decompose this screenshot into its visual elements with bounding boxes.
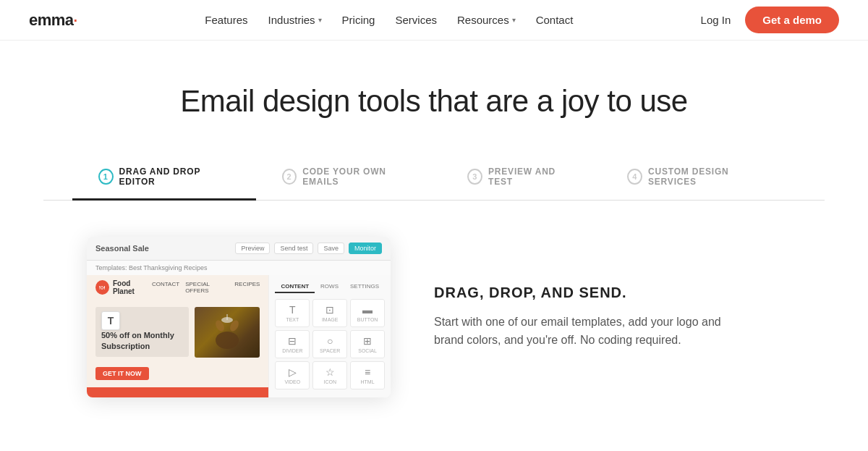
content-section: Seasonal Sale Preview Send test Save Mon… [0, 201, 868, 434]
tab-num-1: 1 [98, 169, 114, 185]
email-nav-contact: CONTACT [152, 281, 179, 294]
demo-button[interactable]: Get a demo [745, 7, 839, 33]
hero-section: Email design tools that are a joy to use [0, 41, 868, 140]
food-svg-icon [209, 313, 245, 353]
spacer-icon: ○ [316, 335, 344, 347]
text-icon: T [278, 304, 306, 316]
offer-text: 50% off on Monthly Subscription [101, 330, 183, 353]
nav-features[interactable]: Features [205, 14, 247, 26]
tab-custom[interactable]: 4 CUSTOM DESIGN SERVICES [601, 155, 796, 201]
email-nav: CONTACT SPECIAL OFFERS RECIPES [152, 281, 260, 294]
nav-contact[interactable]: Contact [536, 14, 574, 26]
t-icon: T [101, 311, 120, 330]
nav-resources[interactable]: Resources▾ [457, 14, 516, 26]
login-button[interactable]: Log In [701, 14, 731, 26]
panel-tabs: CONTENT ROWS SETTINGS [275, 281, 385, 293]
tab-num-3: 3 [467, 169, 482, 185]
email-left-col: T 50% off on Monthly Subscription GET IT… [95, 307, 189, 380]
button-icon: ▬ [354, 304, 381, 316]
editor-panel: CONTENT ROWS SETTINGS T TEXT ⊡ IMAGE ▬ [268, 275, 391, 397]
mockup-body: 🍽 Food Planet CONTACT SPECIAL OFFERS REC… [87, 275, 391, 397]
logo[interactable]: emma· [29, 11, 77, 30]
tab-drag-drop[interactable]: 1 DRAG AND DROP EDITOR [72, 155, 256, 201]
editor-mockup: Seasonal Sale Preview Send test Save Mon… [87, 237, 391, 397]
tab-preview[interactable]: 3 PREVIEW AND TEST [441, 155, 601, 201]
tab-label-3: PREVIEW AND TEST [488, 167, 575, 187]
divider-label: DIVIDER [278, 348, 306, 353]
email-nav-recipes: RECIPES [234, 281, 260, 294]
panel-tab-settings[interactable]: SETTINGS [344, 281, 385, 293]
svg-point-0 [216, 332, 239, 349]
panel-social[interactable]: ⊞ SOCIAL [350, 330, 385, 358]
feature-body: Start with one of our email templates, a… [434, 313, 723, 350]
navigation: emma· Features Industries▾ Pricing Servi… [0, 0, 868, 41]
email-nav-offers: SPECIAL OFFERS [185, 281, 229, 294]
save-btn[interactable]: Save [318, 243, 344, 254]
send-test-btn[interactable]: Send test [274, 243, 313, 254]
preview-btn[interactable]: Preview [235, 243, 270, 254]
image-label: IMAGE [316, 317, 344, 322]
monitor-btn[interactable]: Monitor [349, 243, 382, 254]
mockup-email-preview: 🍽 Food Planet CONTACT SPECIAL OFFERS REC… [87, 275, 268, 397]
panel-video[interactable]: ▷ VIDEO [275, 361, 310, 389]
nav-pricing[interactable]: Pricing [342, 14, 375, 26]
mockup-title: Seasonal Sale [95, 244, 149, 253]
panel-tab-content[interactable]: CONTENT [275, 281, 315, 293]
icons-icon: ☆ [316, 366, 344, 378]
divider-icon: ⊟ [278, 335, 306, 347]
text-label: TEXT [278, 317, 306, 322]
video-label: VIDEO [278, 379, 306, 384]
panel-image[interactable]: ⊡ IMAGE [312, 299, 347, 327]
tab-num-2: 2 [282, 169, 297, 185]
email-footer [87, 387, 268, 397]
tab-label-4: CUSTOM DESIGN SERVICES [648, 167, 770, 187]
food-logo-icon: 🍽 [95, 280, 109, 295]
button-label: BUTTON [354, 317, 381, 322]
svg-point-6 [221, 317, 233, 323]
tab-code[interactable]: 2 CODE YOUR OWN EMAILS [256, 155, 442, 201]
panel-spacer[interactable]: ○ SPACER [312, 330, 347, 358]
nav-links: Features Industries▾ Pricing Services Re… [205, 14, 573, 26]
tab-num-4: 4 [627, 169, 642, 185]
nav-right: Log In Get a demo [701, 7, 839, 33]
tab-label-1: DRAG AND DROP EDITOR [119, 167, 230, 187]
icons-label: ICON [316, 379, 344, 384]
panel-tab-rows[interactable]: ROWS [315, 281, 344, 293]
food-logo: 🍽 Food Planet [95, 279, 152, 295]
mockup-toolbar: Seasonal Sale Preview Send test Save Mon… [87, 237, 391, 261]
offer-block: T 50% off on Monthly Subscription [95, 307, 189, 357]
food-logo-text: Food Planet [113, 279, 152, 295]
tab-label-2: CODE YOUR OWN EMAILS [302, 167, 415, 187]
feature-heading: DRAG, DROP, AND SEND. [434, 284, 781, 301]
video-icon: ▷ [278, 366, 306, 378]
panel-divider[interactable]: ⊟ DIVIDER [275, 330, 310, 358]
feature-tabs: 1 DRAG AND DROP EDITOR 2 CODE YOUR OWN E… [43, 140, 825, 201]
food-image [195, 307, 260, 358]
social-icon: ⊞ [354, 335, 381, 347]
social-label: SOCIAL [354, 348, 381, 353]
email-content-row: T 50% off on Monthly Subscription GET IT… [95, 307, 260, 380]
html-icon: ≡ [354, 366, 381, 378]
mockup-actions: Preview Send test Save Monitor [235, 243, 382, 254]
email-body: T 50% off on Monthly Subscription GET IT… [87, 300, 268, 387]
template-label: Templates: Best Thanksgiving Recipes [87, 261, 391, 275]
panel-grid: T TEXT ⊡ IMAGE ▬ BUTTON ⊟ DIVIDER [275, 299, 385, 389]
hero-heading: Email design tools that are a joy to use [29, 84, 839, 119]
panel-html[interactable]: ≡ HTML [350, 361, 385, 389]
nav-services[interactable]: Services [395, 14, 437, 26]
email-image [195, 307, 260, 358]
panel-icons[interactable]: ☆ ICON [312, 361, 347, 389]
panel-text[interactable]: T TEXT [275, 299, 310, 327]
email-header: 🍽 Food Planet CONTACT SPECIAL OFFERS REC… [87, 275, 268, 300]
feature-description: DRAG, DROP, AND SEND. Start with one of … [434, 284, 781, 350]
nav-industries[interactable]: Industries▾ [268, 14, 322, 26]
panel-button[interactable]: ▬ BUTTON [350, 299, 385, 327]
html-label: HTML [354, 379, 381, 384]
image-icon: ⊡ [316, 304, 344, 316]
spacer-label: SPACER [316, 348, 344, 353]
cta-button[interactable]: GET IT NOW [95, 367, 149, 380]
